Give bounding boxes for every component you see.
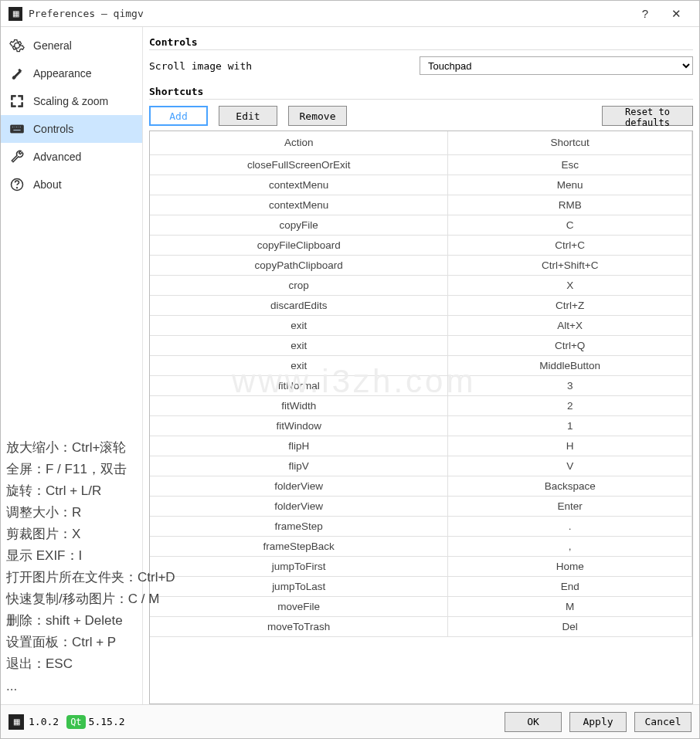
action-cell: jumpToFirst xyxy=(150,556,448,576)
table-row[interactable]: fitNormal3 xyxy=(150,375,692,395)
scale-icon xyxy=(8,93,25,110)
ok-button[interactable]: OK xyxy=(505,712,562,732)
sidebar: General Appearance Scaling & zoom Contro… xyxy=(1,27,143,704)
action-cell: flipH xyxy=(150,436,448,456)
table-row[interactable]: moveFileM xyxy=(150,596,692,616)
table-row[interactable]: discardEditsCtrl+Z xyxy=(150,295,692,315)
app-icon-small: ▦ xyxy=(8,714,24,730)
table-row[interactable]: copyFileC xyxy=(150,215,692,235)
sidebar-item-label: Advanced xyxy=(33,151,81,163)
table-row[interactable]: moveToTrashDel xyxy=(150,616,692,636)
section-controls-header: Controls xyxy=(149,33,693,50)
action-cell: frameStep xyxy=(150,516,448,536)
action-cell: closeFullScreenOrExit xyxy=(150,154,448,175)
table-row[interactable]: folderViewEnter xyxy=(150,496,692,516)
gear-icon xyxy=(8,37,25,54)
table-row[interactable]: copyPathClipboardCtrl+Shift+C xyxy=(150,255,692,275)
table-row[interactable]: fitWidth2 xyxy=(150,395,692,415)
shortcuts-table-wrap[interactable]: Action Shortcut closeFullScreenOrExitEsc… xyxy=(149,131,693,704)
question-icon xyxy=(8,176,25,193)
table-row[interactable]: contextMenuRMB xyxy=(150,195,692,215)
shortcut-cell: MiddleButton xyxy=(448,355,692,375)
qt-badge: Qt xyxy=(66,715,85,729)
action-cell: fitWidth xyxy=(150,395,448,415)
sidebar-item-scaling[interactable]: Scaling & zoom xyxy=(1,87,142,115)
table-row[interactable]: flipHH xyxy=(150,436,692,456)
action-cell: contextMenu xyxy=(150,175,448,195)
table-row[interactable]: jumpToFirstHome xyxy=(150,556,692,576)
action-cell: exit xyxy=(150,315,448,335)
action-cell: jumpToLast xyxy=(150,576,448,596)
shortcut-cell: End xyxy=(448,576,692,596)
shortcut-cell: Del xyxy=(448,616,692,636)
scroll-select[interactable]: Touchpad xyxy=(420,56,693,75)
svg-point-8 xyxy=(16,187,18,188)
help-button[interactable]: ? xyxy=(630,7,661,20)
table-row[interactable]: fitWindow1 xyxy=(150,415,692,436)
action-cell: folderView xyxy=(150,476,448,496)
qt-version: 5.15.2 xyxy=(89,716,125,727)
brush-icon xyxy=(8,65,25,82)
remove-button[interactable]: Remove xyxy=(288,106,347,126)
col-action[interactable]: Action xyxy=(150,131,448,154)
col-shortcut[interactable]: Shortcut xyxy=(448,131,692,154)
action-cell: contextMenu xyxy=(150,195,448,215)
sidebar-item-appearance[interactable]: Appearance xyxy=(1,59,142,87)
shortcuts-table: Action Shortcut closeFullScreenOrExitEsc… xyxy=(150,131,692,637)
svg-rect-6 xyxy=(13,130,21,131)
shortcut-cell: RMB xyxy=(448,195,692,215)
action-cell: copyFileClipboard xyxy=(150,235,448,255)
close-button[interactable]: ✕ xyxy=(661,7,692,21)
section-shortcuts-header: Shortcuts xyxy=(149,83,693,100)
reset-button[interactable]: Reset to defaults xyxy=(602,106,693,126)
content-panel: Controls Scroll image with Touchpad Shor… xyxy=(143,27,699,704)
shortcut-cell: C xyxy=(448,215,692,235)
add-button[interactable]: Add xyxy=(149,106,208,126)
sidebar-item-general[interactable]: General xyxy=(1,32,142,59)
table-row[interactable]: frameStepBack, xyxy=(150,536,692,556)
shortcut-cell: . xyxy=(448,516,692,536)
table-row[interactable]: copyFileClipboardCtrl+C xyxy=(150,235,692,255)
action-cell: moveToTrash xyxy=(150,616,448,636)
svg-rect-3 xyxy=(15,127,17,128)
shortcut-cell: Home xyxy=(448,556,692,576)
cancel-button[interactable]: Cancel xyxy=(634,712,692,732)
shortcut-cell: V xyxy=(448,456,692,476)
action-cell: copyPathClipboard xyxy=(150,255,448,275)
table-row[interactable]: flipVV xyxy=(150,456,692,476)
svg-rect-2 xyxy=(14,127,15,128)
table-row[interactable]: exitAlt+X xyxy=(150,315,692,335)
wrench-icon xyxy=(8,148,25,165)
shortcut-cell: Backspace xyxy=(448,476,692,496)
shortcut-cell: Ctrl+Shift+C xyxy=(448,255,692,275)
edit-button[interactable]: Edit xyxy=(219,106,277,126)
sidebar-item-label: Controls xyxy=(33,123,73,135)
table-row[interactable]: exitMiddleButton xyxy=(150,355,692,375)
shortcut-cell: Menu xyxy=(448,175,692,195)
table-row[interactable]: cropX xyxy=(150,275,692,295)
sidebar-item-label: Appearance xyxy=(33,67,92,80)
app-version: 1.0.2 xyxy=(29,716,59,727)
shortcut-cell: 3 xyxy=(448,375,692,395)
footer: ▦ 1.0.2 Qt 5.15.2 OK Apply Cancel xyxy=(1,704,699,738)
shortcut-cell: Enter xyxy=(448,496,692,516)
table-row[interactable]: folderViewBackspace xyxy=(150,476,692,496)
titlebar: ▦ Preferences — qimgv ? ✕ xyxy=(1,1,699,27)
table-row[interactable]: jumpToLastEnd xyxy=(150,576,692,596)
shortcut-cell: Ctrl+C xyxy=(448,235,692,255)
table-row[interactable]: closeFullScreenOrExitEsc xyxy=(150,154,692,175)
table-row[interactable]: frameStep. xyxy=(150,516,692,536)
sidebar-item-about[interactable]: About xyxy=(1,171,142,198)
table-row[interactable]: exitCtrl+Q xyxy=(150,335,692,355)
table-row[interactable]: contextMenuMenu xyxy=(150,175,692,195)
svg-rect-1 xyxy=(12,127,13,128)
sidebar-item-advanced[interactable]: Advanced xyxy=(1,143,142,171)
apply-button[interactable]: Apply xyxy=(569,712,627,732)
action-cell: exit xyxy=(150,335,448,355)
sidebar-item-controls[interactable]: Controls xyxy=(1,115,142,143)
shortcut-cell: , xyxy=(448,536,692,556)
app-icon: ▦ xyxy=(8,7,22,21)
action-cell: discardEdits xyxy=(150,295,448,315)
shortcut-cell: 1 xyxy=(448,415,692,436)
shortcut-cell: Ctrl+Z xyxy=(448,295,692,315)
